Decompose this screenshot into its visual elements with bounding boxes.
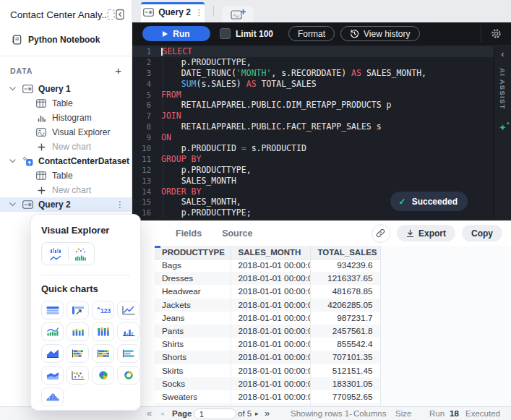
expand-panel-chevron-icon[interactable]: ‹	[501, 49, 504, 59]
code-line-6[interactable]: 6 RETAILAPPAREL.PUBLIC.DIM_RETAPP_PRODUC…	[132, 100, 494, 111]
code-line-11[interactable]: 11GROUP BY	[132, 154, 494, 165]
tree-item-visual-explorer[interactable]: Visual Explorer	[0, 125, 132, 140]
line-number: 14	[132, 187, 158, 197]
table-row[interactable]: Bags2018-01-01 00:00:00934239.6	[155, 259, 380, 272]
format-button[interactable]: Format	[288, 26, 335, 41]
table-row[interactable]: Jeans2018-01-01 00:00:00987231.7	[155, 312, 380, 325]
new-chart-tab-button[interactable]	[222, 6, 254, 22]
tree-item-histogram[interactable]: Histogram	[0, 111, 132, 125]
tab-source[interactable]: Source	[222, 228, 252, 239]
column-header-total_sales[interactable]: TOTAL_SALES	[310, 246, 380, 259]
tree-item-table[interactable]: Table	[0, 168, 132, 183]
ai-sparkle-icon[interactable]: ✦✦	[499, 123, 507, 132]
tree-item-contactcenterdataset[interactable]: ContactCenterDataset	[0, 154, 132, 168]
code-line-1[interactable]: 1SELECT	[132, 46, 494, 57]
tab-kebab-menu-icon[interactable]: ⋮	[195, 8, 203, 17]
bar-chart-icon[interactable]	[117, 322, 139, 341]
first-page-button[interactable]: «	[147, 407, 152, 420]
code-line-10[interactable]: 10 p.PRODUCTID = s.PRODUCTID	[132, 143, 494, 154]
column-header-sales_month[interactable]: SALES_MONTH	[231, 246, 310, 259]
table-cell: Dresses	[155, 272, 231, 285]
code-token: SALES_MONTH,	[361, 68, 426, 78]
tab-fields[interactable]: Fields	[176, 228, 202, 239]
run-button[interactable]: Run	[142, 26, 210, 41]
combo-chart-icon[interactable]	[41, 322, 64, 341]
view-history-button[interactable]: View history	[340, 26, 419, 41]
chevron-down-icon[interactable]	[9, 87, 17, 91]
table-background	[381, 246, 511, 406]
stacked-area-chart-icon[interactable]	[41, 366, 64, 385]
donut-chart-icon[interactable]	[117, 366, 139, 385]
limit-checkbox[interactable]: Limit 100	[220, 28, 273, 39]
table-row[interactable]: Pants2018-01-01 00:00:002457561.8	[155, 325, 380, 338]
export-button[interactable]: Export	[397, 225, 455, 241]
pie-chart-icon[interactable]	[92, 366, 114, 385]
copy-button[interactable]: Copy	[462, 225, 502, 241]
code-line-13[interactable]: 13 SALES_MONTH	[132, 176, 494, 187]
table-row[interactable]: Dresses2018-01-01 00:00:001216337.65	[155, 272, 380, 285]
prev-page-button[interactable]: ◂	[160, 407, 164, 420]
table-row[interactable]: Jackets2018-01-01 00:00:004206285.05	[155, 299, 380, 312]
next-page-button[interactable]: ▸	[255, 407, 259, 420]
code-token: JOIN	[161, 111, 181, 121]
code-line-4[interactable]: 4 SUM(s.SALES) AS TOTAL_SALES	[132, 79, 494, 90]
tree-item-new-chart[interactable]: New chart	[0, 140, 132, 154]
stacked-column-chart-icon[interactable]	[66, 322, 89, 341]
code-token: ON	[161, 132, 171, 142]
line-chart-icon[interactable]	[117, 301, 139, 320]
stacked-bar-100-chart-icon[interactable]	[92, 344, 114, 363]
code-line-12[interactable]: 12 p.PRODUCTTYPE,	[132, 165, 494, 176]
size-label[interactable]: Size	[395, 407, 411, 420]
column-chart-icon[interactable]	[92, 322, 114, 341]
data-section-label: DATA	[10, 67, 115, 75]
table-row[interactable]: Socks2018-01-01 00:00:00183301.05	[155, 377, 380, 390]
table-row[interactable]: Skirts2018-01-01 00:00:00512151.45	[155, 364, 380, 377]
tree-item-new-chart[interactable]: New chart	[0, 183, 132, 197]
notebook-label: Python Notebook	[28, 35, 100, 45]
tree-item-query-1[interactable]: Query 1	[0, 82, 132, 96]
link-icon[interactable]	[372, 224, 390, 243]
sql-editor[interactable]: 1SELECT2 p.PRODUCTTYPE,3 DATE_TRUNC('MON…	[132, 45, 494, 220]
area-chart-icon[interactable]	[41, 344, 64, 363]
limit-label: Limit 100	[236, 29, 273, 39]
popup-divider	[41, 275, 130, 275]
stacked-bar-h-chart-icon[interactable]	[66, 344, 89, 363]
code-token: TOTAL_SALES	[257, 79, 317, 89]
add-data-button[interactable]: +	[115, 65, 121, 76]
chevron-down-icon[interactable]	[9, 202, 17, 207]
table-row[interactable]: Sweaters2018-01-01 00:00:00770952.65	[155, 390, 380, 403]
table-row[interactable]: Shorts2018-01-01 00:00:00707101.35	[155, 351, 380, 364]
columns-label[interactable]: Columns	[353, 407, 386, 420]
histogram-chart-icon[interactable]	[41, 387, 64, 406]
visual-explorer-button[interactable]	[41, 242, 95, 265]
code-line-2[interactable]: 2 p.PRODUCTTYPE,	[132, 57, 494, 68]
tree-item-query-2[interactable]: Query 2⋮	[0, 197, 132, 212]
collapse-sidebar-icon[interactable]	[107, 9, 124, 20]
scatter-chart-icon[interactable]	[66, 366, 89, 385]
column-header-producttype[interactable]: PRODUCTTYPE	[155, 246, 231, 259]
page-number-input[interactable]	[194, 408, 236, 419]
chevron-down-icon[interactable]	[9, 159, 17, 163]
table-row[interactable]: Shirts2018-01-01 00:00:00855542.4	[155, 338, 380, 351]
code-line-8[interactable]: 8 RETAILAPPAREL.PUBLIC.FACT_RETAPP_SALES…	[132, 121, 494, 132]
code-line-5[interactable]: 5FROM	[132, 90, 494, 100]
tab-query-2[interactable]: Query 2 ⋮	[141, 2, 205, 22]
bars-mini-icon	[49, 247, 62, 254]
table-chart-icon[interactable]	[41, 301, 64, 320]
code-line-3[interactable]: 3 DATE_TRUNC('MONTH', s.RECORDDATE) AS S…	[132, 68, 494, 79]
page-count-label: of 5	[238, 407, 252, 420]
bar-h-chart-icon[interactable]	[117, 344, 139, 363]
pivot-chart-icon[interactable]	[66, 301, 89, 320]
code-token: p.PRODUCTID	[161, 143, 241, 153]
results-table-container[interactable]: PRODUCTTYPESALES_MONTHTOTAL_SALESBags201…	[155, 246, 381, 406]
quick-charts-title: Quick charts	[41, 283, 130, 294]
tree-item-table[interactable]: Table	[0, 96, 132, 111]
code-line-9[interactable]: 9ON	[132, 132, 494, 143]
code-line-7[interactable]: 7JOIN	[132, 111, 494, 121]
number-chart-icon[interactable]: 123	[92, 301, 114, 320]
last-page-button[interactable]: »	[265, 407, 270, 420]
sidebar-item-python-notebook[interactable]: Python Notebook	[0, 30, 132, 49]
settings-gear-icon[interactable]	[481, 28, 511, 39]
kebab-menu-icon[interactable]: ⋮	[116, 200, 132, 210]
table-row[interactable]: Headwear2018-01-01 00:00:00481678.85	[155, 285, 380, 298]
